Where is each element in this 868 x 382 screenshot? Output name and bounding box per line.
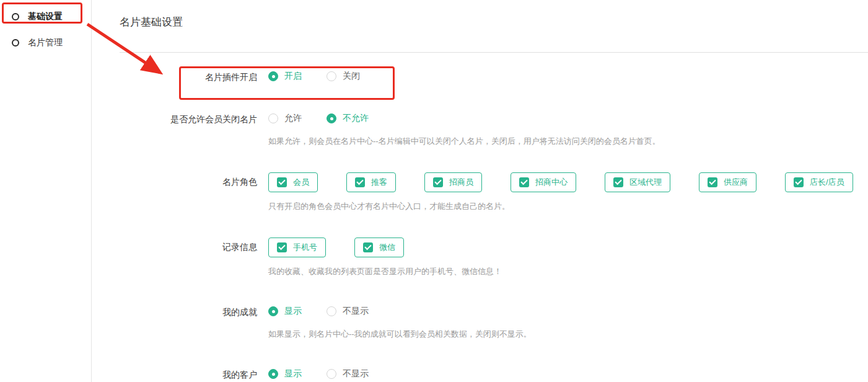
sidebar-item-label: 基础设置 — [28, 11, 63, 22]
help-text: 如果显示，则名片中心--我的成就可以看到会员相关数据，关闭则不显示。 — [268, 328, 532, 340]
checkbox-label: 会员 — [293, 177, 309, 188]
form-label: 我的客户 — [120, 365, 257, 382]
radio-icon[interactable] — [327, 113, 336, 123]
checkbox-label: 推客 — [371, 177, 387, 188]
radio-option-hide[interactable]: 不显示 — [327, 306, 369, 317]
help-text: 只有开启的角色会员中心才有名片中心入口，才能生成自己的名片。 — [268, 200, 853, 213]
sidebar-item-label: 名片管理 — [28, 37, 63, 48]
form-row-plugin-enable: 名片插件开启 开启 关闭 — [120, 68, 868, 85]
form-row-my-achievements: 我的成就 显示 不显示 如果显示，则名片中心--我的成就可以看到会员相关数据，关… — [120, 303, 868, 340]
checkbox-checked-icon — [433, 177, 443, 187]
checkbox-label: 招商员 — [449, 177, 473, 188]
checkbox-label: 供应商 — [724, 177, 748, 188]
checkbox-label: 区域代理 — [629, 177, 662, 188]
checkbox-button-recruiter[interactable]: 招商员 — [424, 172, 482, 192]
help-text: 如果允许，则会员在名片中心--名片编辑中可以关闭个人名片，关闭后，用户将无法访问… — [268, 135, 660, 148]
radio-label: 显示 — [284, 368, 302, 380]
circle-icon — [12, 13, 19, 20]
radio-option-show[interactable]: 显示 — [268, 368, 302, 380]
radio-icon[interactable] — [268, 306, 278, 316]
checkbox-checked-icon — [794, 177, 804, 187]
form-label: 是否允许会员关闭名片 — [120, 110, 257, 148]
radio-option-allow[interactable]: 允许 — [268, 113, 302, 124]
radio-icon[interactable] — [327, 306, 336, 316]
form-row-card-roles: 名片角色 会员 推客 招商员 — [120, 172, 868, 213]
form-label: 名片插件开启 — [120, 68, 257, 85]
radio-icon[interactable] — [327, 369, 336, 379]
radio-icon[interactable] — [327, 71, 336, 81]
sidebar: 基础设置 名片管理 — [0, 0, 92, 382]
checkbox-button-phone[interactable]: 手机号 — [268, 238, 326, 257]
form-row-allow-close: 是否允许会员关闭名片 允许 不允许 如果允许，则会员在名片中心--名片编辑中可以… — [120, 110, 868, 148]
radio-icon[interactable] — [268, 113, 278, 123]
radio-option-off[interactable]: 关闭 — [327, 71, 360, 82]
checkbox-checked-icon — [277, 242, 287, 252]
radio-option-on[interactable]: 开启 — [268, 71, 302, 82]
checkbox-button-regional-agent[interactable]: 区域代理 — [605, 172, 670, 192]
checkbox-button-supplier[interactable]: 供应商 — [699, 172, 756, 192]
checkbox-label: 店长/店员 — [810, 177, 844, 188]
card-settings-page: 基础设置 名片管理 名片基础设置 名片插件开启 开启 — [0, 0, 868, 382]
checkbox-button-recruit-center[interactable]: 招商中心 — [511, 172, 576, 192]
checkbox-label: 招商中心 — [535, 177, 568, 188]
form-label: 名片角色 — [120, 172, 257, 213]
checkbox-checked-icon — [277, 177, 287, 187]
radio-label: 不显示 — [343, 368, 369, 380]
checkbox-button-member[interactable]: 会员 — [268, 172, 318, 192]
checkbox-label: 手机号 — [293, 242, 317, 253]
sidebar-item-card-management[interactable]: 名片管理 — [0, 32, 91, 53]
title-divider — [120, 52, 868, 53]
radio-label: 不显示 — [343, 306, 369, 317]
radio-option-hide[interactable]: 不显示 — [327, 368, 369, 380]
checkbox-label: 微信 — [379, 242, 395, 253]
radio-label: 允许 — [284, 113, 302, 124]
checkbox-checked-icon — [519, 177, 529, 187]
radio-icon[interactable] — [268, 369, 278, 379]
radio-label: 开启 — [284, 71, 302, 82]
radio-label: 显示 — [284, 306, 302, 317]
radio-label: 关闭 — [343, 71, 360, 82]
checkbox-button-wechat[interactable]: 微信 — [354, 238, 404, 257]
checkbox-button-promoter[interactable]: 推客 — [346, 172, 396, 192]
checkbox-checked-icon — [613, 177, 623, 187]
radio-option-show[interactable]: 显示 — [268, 306, 302, 317]
form-row-my-customers: 我的客户 显示 不显示 — [120, 365, 868, 382]
checkbox-button-shopkeeper[interactable]: 店长/店员 — [785, 172, 853, 192]
radio-icon[interactable] — [268, 71, 278, 81]
radio-option-disallow[interactable]: 不允许 — [327, 113, 369, 124]
sidebar-item-basic-settings[interactable]: 基础设置 — [0, 6, 91, 27]
checkbox-checked-icon — [355, 177, 365, 187]
form-label: 我的成就 — [120, 303, 257, 340]
checkbox-checked-icon — [708, 177, 717, 187]
page-title: 名片基础设置 — [120, 16, 868, 29]
radio-label: 不允许 — [343, 113, 369, 124]
form-label: 记录信息 — [120, 238, 257, 278]
help-text: 我的收藏、收藏我的列表页面是否显示用户的手机号、微信信息！ — [268, 265, 502, 278]
checkbox-checked-icon — [363, 242, 373, 252]
main-content: 名片基础设置 名片插件开启 开启 关闭 — [92, 0, 868, 382]
form-row-record-info: 记录信息 手机号 微信 我的收藏、收藏我的列表页面是否显示用户的手机号、微信信息… — [120, 238, 868, 278]
circle-icon — [12, 39, 19, 47]
settings-form: 名片插件开启 开启 关闭 是否允许会员关 — [120, 68, 868, 382]
